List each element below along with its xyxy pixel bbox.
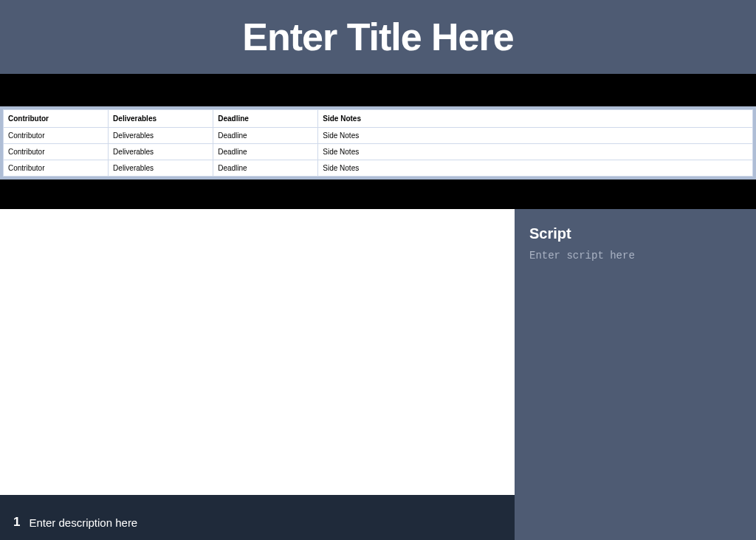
- script-body[interactable]: Enter script here: [529, 250, 741, 262]
- contributors-table: Contributor Deliverables Deadline Side N…: [3, 109, 753, 177]
- storyboard-canvas[interactable]: [0, 209, 515, 495]
- lower-section: 1 Enter description here Script Enter sc…: [0, 209, 756, 540]
- cell-side-notes[interactable]: Side Notes: [318, 144, 753, 160]
- cell-contributor[interactable]: Contributor: [4, 128, 109, 144]
- cell-contributor[interactable]: Contributor: [4, 144, 109, 160]
- spacer: [0, 180, 756, 209]
- cell-contributor[interactable]: Contributor: [4, 160, 109, 177]
- cell-deliverables[interactable]: Deliverables: [109, 144, 213, 160]
- script-panel: Script Enter script here: [515, 209, 756, 540]
- col-contributor: Contributor: [4, 110, 109, 128]
- contributors-table-wrap: Contributor Deliverables Deadline Side N…: [0, 106, 756, 180]
- page-title[interactable]: Enter Title Here: [242, 15, 513, 59]
- col-deadline: Deadline: [213, 110, 318, 128]
- col-deliverables: Deliverables: [109, 110, 213, 128]
- cell-deadline[interactable]: Deadline: [213, 144, 318, 160]
- storyboard-column: 1 Enter description here: [0, 209, 515, 540]
- cell-side-notes[interactable]: Side Notes: [318, 128, 753, 144]
- table-header-row: Contributor Deliverables Deadline Side N…: [4, 110, 753, 128]
- cell-deliverables[interactable]: Deliverables: [109, 128, 213, 144]
- table-row[interactable]: Contributor Deliverables Deadline Side N…: [4, 128, 753, 144]
- col-side-notes: Side Notes: [318, 110, 753, 128]
- spacer: [0, 74, 756, 106]
- cell-side-notes[interactable]: Side Notes: [318, 160, 753, 177]
- page-root: Enter Title Here Contributor Deliverable…: [0, 0, 756, 540]
- title-band: Enter Title Here: [0, 0, 756, 74]
- table-row[interactable]: Contributor Deliverables Deadline Side N…: [4, 144, 753, 160]
- description-bar: 1 Enter description here: [0, 495, 515, 540]
- cell-deliverables[interactable]: Deliverables: [109, 160, 213, 177]
- frame-number: 1: [13, 515, 20, 530]
- cell-deadline[interactable]: Deadline: [213, 128, 318, 144]
- cell-deadline[interactable]: Deadline: [213, 160, 318, 177]
- table-row[interactable]: Contributor Deliverables Deadline Side N…: [4, 160, 753, 177]
- script-heading: Script: [529, 225, 741, 242]
- frame-description[interactable]: Enter description here: [29, 516, 137, 529]
